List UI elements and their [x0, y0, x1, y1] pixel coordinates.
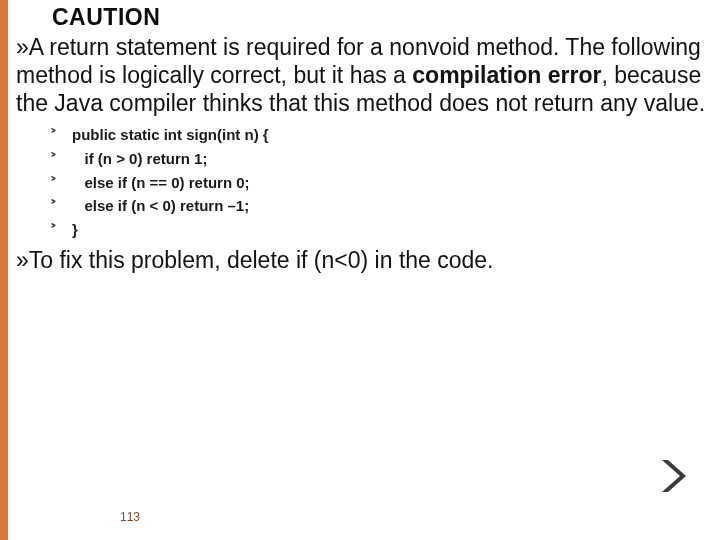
- paragraph-1: »A return statement is required for a no…: [16, 33, 712, 117]
- code-line: ˃ else if (n == 0) return 0;: [50, 171, 712, 195]
- page-number: 113: [120, 510, 140, 524]
- accent-stripe: [0, 0, 8, 540]
- para1-strong: compilation error: [412, 62, 601, 88]
- code-line: ˃ public static int sign(int n) {: [50, 123, 712, 147]
- code-text: else if (n < 0) return –1;: [72, 194, 249, 217]
- code-text: else if (n == 0) return 0;: [72, 171, 250, 194]
- bullet-icon: »: [16, 34, 29, 60]
- code-block: ˃ public static int sign(int n) { ˃ if (…: [50, 123, 712, 241]
- slide-content: CAUTION »A return statement is required …: [8, 0, 720, 280]
- paragraph-2: »To fix this problem, delete if (n<0) in…: [16, 246, 712, 274]
- chevron-icon: ˃: [50, 173, 72, 195]
- next-chevron-icon[interactable]: [658, 458, 686, 494]
- bullet-icon: »: [16, 247, 29, 273]
- code-line: ˃ else if (n < 0) return –1;: [50, 194, 712, 218]
- code-text: }: [72, 218, 78, 241]
- code-line: ˃ }: [50, 218, 712, 242]
- para2-text: To fix this problem, delete if (n<0) in …: [29, 247, 494, 273]
- code-line: ˃ if (n > 0) return 1;: [50, 147, 712, 171]
- code-text: if (n > 0) return 1;: [72, 147, 207, 170]
- code-text: public static int sign(int n) {: [72, 123, 269, 146]
- chevron-icon: ˃: [50, 125, 72, 147]
- chevron-icon: ˃: [50, 196, 72, 218]
- chevron-icon: ˃: [50, 149, 72, 171]
- chevron-icon: ˃: [50, 220, 72, 242]
- page-title: CAUTION: [52, 4, 712, 31]
